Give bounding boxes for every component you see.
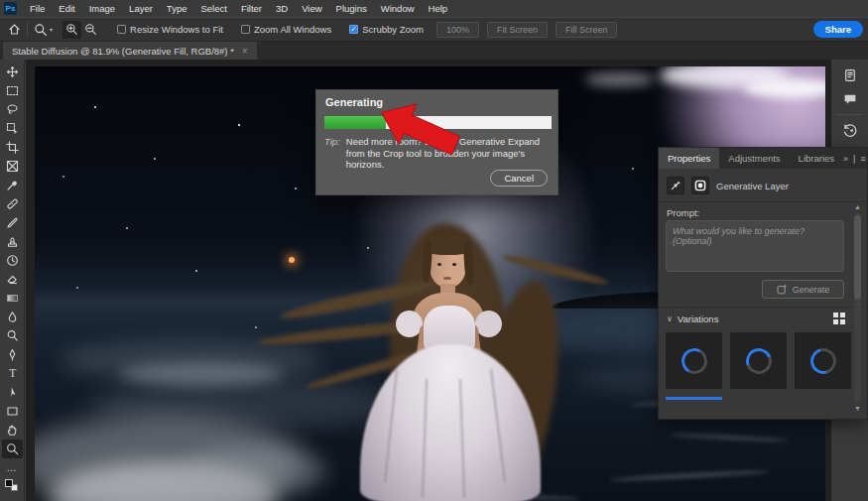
zoom-out-button[interactable] [81, 21, 100, 39]
object-selection-tool-icon [6, 122, 19, 135]
home-button[interactable] [8, 23, 21, 36]
shape-tool-icon [6, 405, 19, 418]
menu-type[interactable]: Type [160, 0, 194, 17]
scrollbar-thumb[interactable] [854, 215, 861, 300]
shape-tool[interactable] [2, 402, 23, 421]
properties-panel: Properties Adjustments Libraries » | ≡ G… [658, 147, 868, 420]
comments-panel-button[interactable] [831, 87, 868, 111]
learn-panel-button[interactable] [831, 63, 868, 87]
prompt-input[interactable] [666, 220, 844, 272]
dodge-tool-icon [6, 329, 19, 342]
hand-tool[interactable] [2, 421, 23, 439]
cancel-button[interactable]: Cancel [490, 170, 548, 187]
checkbox-checked-icon: ✓ [349, 25, 358, 34]
collapse-panel-icon[interactable]: » [843, 154, 848, 164]
scroll-down-icon[interactable]: ▼ [852, 405, 863, 412]
panel-scrollbar[interactable]: ▲ ▼ [852, 203, 863, 412]
generate-button[interactable]: Generate [762, 280, 844, 299]
options-bar: ▾ Resize Windows to Fit Zoom All Windows… [0, 17, 868, 42]
scroll-up-icon[interactable]: ▲ [852, 203, 863, 210]
fit-screen-button[interactable]: Fit Screen [487, 22, 548, 38]
blur-tool[interactable] [2, 308, 23, 326]
divider: | [853, 154, 855, 164]
object-selection-tool[interactable] [2, 119, 23, 138]
healing-brush-tool-icon [6, 197, 19, 210]
zoom-in-button[interactable] [62, 21, 81, 39]
gradient-tool[interactable] [2, 289, 23, 308]
grid-view-icon[interactable] [833, 313, 845, 324]
tip-label: Tip: [324, 136, 340, 171]
marquee-tool[interactable] [2, 81, 23, 100]
share-button[interactable]: Share [813, 21, 863, 38]
scrubby-zoom-checkbox[interactable]: ✓ Scrubby Zoom [349, 24, 424, 35]
history-panel-button[interactable] [831, 118, 868, 142]
menu-view[interactable]: View [295, 0, 328, 17]
type-tool-icon: T [6, 367, 19, 380]
document-tab[interactable]: Stable Diffusion @ 81.9% (Generative Fil… [3, 42, 257, 60]
fill-screen-button[interactable]: Fill Screen [556, 22, 618, 38]
menu-file[interactable]: File [23, 0, 52, 17]
generate-label: Generate [793, 285, 830, 295]
menu-plugins[interactable]: Plugins [329, 0, 374, 17]
move-tool[interactable] [2, 63, 23, 81]
brush-tool-icon [6, 216, 19, 229]
lasso-tool[interactable] [2, 100, 23, 119]
menu-window[interactable]: Window [374, 0, 422, 17]
chevron-down-icon[interactable]: ∨ [667, 314, 673, 323]
layer-type-label: Generative Layer [716, 181, 789, 191]
menu-filter[interactable]: Filter [234, 0, 269, 17]
color-swatches[interactable] [5, 479, 19, 491]
divider [837, 114, 862, 115]
scrollbar-track[interactable] [854, 213, 861, 402]
path-selection-tool[interactable] [2, 383, 23, 402]
menu-3d[interactable]: 3D [269, 0, 295, 17]
zoom-tool-icon [6, 442, 19, 455]
history-brush-tool[interactable] [2, 251, 23, 270]
tab-properties[interactable]: Properties [659, 148, 719, 169]
mask-icon [694, 180, 706, 191]
edit-toolbar-button[interactable]: … [2, 458, 23, 477]
dodge-tool[interactable] [2, 326, 23, 345]
layer-info-row: Generative Layer [667, 177, 789, 194]
zoom-all-windows-checkbox[interactable]: Zoom All Windows [241, 24, 331, 35]
hand-tool-icon [6, 424, 19, 437]
eyedropper-tool[interactable] [2, 176, 23, 194]
clone-stamp-tool[interactable] [2, 232, 23, 251]
eraser-tool-icon [6, 273, 19, 286]
menu-edit[interactable]: Edit [52, 0, 81, 17]
brush-tool[interactable] [2, 213, 23, 232]
healing-brush-tool[interactable] [2, 194, 23, 213]
variation-thumbnail-1[interactable] [666, 332, 722, 389]
crop-tool-icon [6, 141, 19, 154]
zoom-tool[interactable] [2, 439, 23, 458]
close-tab-icon[interactable]: × [242, 46, 248, 57]
divider [27, 22, 28, 37]
eraser-tool[interactable] [2, 270, 23, 289]
panel-menu-icon[interactable]: ≡ [860, 154, 865, 164]
menu-help[interactable]: Help [422, 0, 455, 17]
resize-windows-checkbox[interactable]: Resize Windows to Fit [117, 24, 223, 35]
crop-tool[interactable] [2, 138, 23, 157]
tab-adjustments[interactable]: Adjustments [719, 148, 789, 169]
pen-tool-icon [6, 348, 19, 361]
frame-tool[interactable] [2, 157, 23, 176]
variation-thumbnail-3[interactable] [795, 332, 851, 389]
tab-libraries[interactable]: Libraries [790, 148, 843, 169]
clone-stamp-tool-icon [6, 235, 19, 248]
variation-thumbnail-2[interactable] [730, 332, 787, 389]
pen-tool[interactable] [2, 345, 23, 364]
lasso-tool-icon [6, 103, 19, 116]
zoom-100-button[interactable]: 100% [436, 22, 479, 38]
menu-layer[interactable]: Layer [122, 0, 160, 17]
zoom-tool-preset-button[interactable]: ▾ [34, 23, 53, 37]
generative-pin-button[interactable] [667, 177, 684, 194]
comment-icon [843, 92, 857, 106]
loading-spinner-icon [679, 345, 710, 377]
zoom-all-windows-label: Zoom All Windows [254, 24, 331, 35]
mouth [443, 277, 451, 280]
layer-mask-thumbnail[interactable] [691, 177, 709, 194]
menu-select[interactable]: Select [193, 0, 233, 17]
variations-label: Variations [678, 313, 719, 324]
menu-image[interactable]: Image [82, 0, 122, 17]
type-tool[interactable]: T [2, 364, 23, 383]
